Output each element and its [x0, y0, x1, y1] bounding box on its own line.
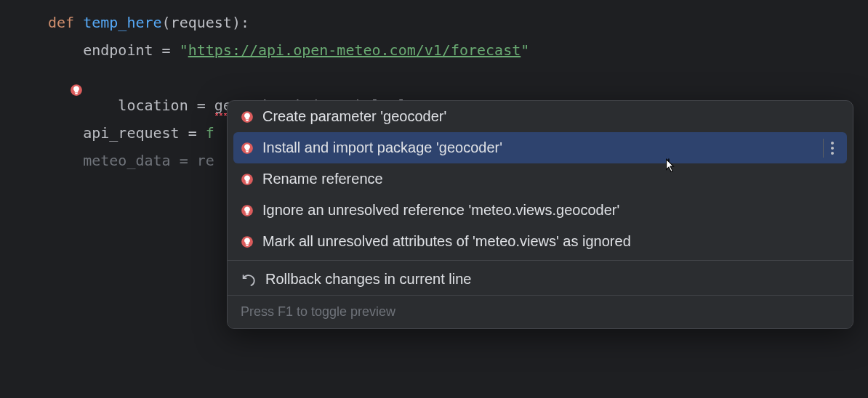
svg-rect-3 [246, 119, 248, 121]
svg-rect-5 [246, 150, 248, 152]
function-name: temp_here [83, 14, 161, 31]
url-string: https://api.open-meteo.com/v1/forecast [188, 41, 521, 59]
action-rename-reference[interactable]: Rename reference [228, 163, 853, 195]
fstring-prefix: f [206, 124, 214, 142]
code-line-2[interactable]: endpoint = "https://api.open-meteo.com/v… [0, 36, 868, 64]
equals: = [188, 97, 214, 114]
equals-dimmed: = [171, 152, 197, 169]
equals: = [153, 41, 180, 59]
more-actions[interactable] [823, 139, 834, 158]
bulb-error-icon [241, 142, 254, 155]
rollback-label: Rollback changes in current line [265, 271, 472, 288]
keyword-def: def [48, 14, 74, 31]
bulb-error-icon [241, 173, 254, 186]
variable: location [118, 97, 188, 114]
popup-footer-hint: Press F1 to toggle preview [228, 295, 853, 328]
svg-rect-11 [246, 244, 248, 245]
variable-dimmed: meteo_data [83, 152, 170, 169]
variable: api_request [83, 124, 179, 142]
action-label: Install and import package 'geocoder' [262, 139, 502, 156]
paren-close: ): [232, 14, 249, 31]
bulb-error-icon [241, 204, 254, 217]
parameter: request [171, 14, 232, 31]
mouse-cursor-icon [660, 157, 679, 176]
action-install-import[interactable]: Install and import package 'geocoder' [233, 132, 847, 163]
svg-rect-1 [76, 93, 78, 94]
undo-icon [241, 272, 257, 288]
string-quote: " [180, 41, 188, 59]
svg-rect-7 [246, 182, 248, 183]
bulb-error-icon [241, 235, 254, 248]
partial-text: re [197, 152, 214, 169]
action-create-parameter[interactable]: Create parameter 'geocoder' [228, 101, 853, 132]
bulb-error-icon [241, 110, 254, 123]
divider [228, 260, 853, 261]
variable: endpoint [83, 41, 153, 59]
paren: ( [162, 14, 171, 31]
intention-actions-popup: Create parameter 'geocoder' Install and … [227, 100, 853, 329]
action-label: Mark all unresolved attributes of 'meteo… [262, 233, 631, 250]
action-mark-ignored[interactable]: Mark all unresolved attributes of 'meteo… [228, 226, 853, 257]
equals: = [180, 124, 206, 142]
kebab-icon [831, 142, 834, 155]
svg-rect-9 [246, 213, 248, 214]
action-label: Create parameter 'geocoder' [262, 108, 446, 125]
vertical-divider [823, 139, 824, 158]
action-label: Ignore an unresolved reference 'meteo.vi… [262, 202, 619, 219]
string-quote-close: " [521, 41, 529, 59]
action-label: Rename reference [262, 171, 383, 187]
action-rollback[interactable]: Rollback changes in current line [228, 264, 853, 295]
code-line-1[interactable]: def temp_here(request): [0, 9, 868, 36]
action-ignore-unresolved[interactable]: Ignore an unresolved reference 'meteo.vi… [228, 195, 853, 226]
